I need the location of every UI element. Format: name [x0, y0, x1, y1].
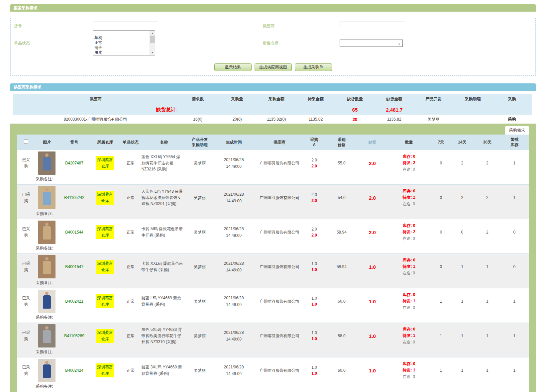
col-status: 单品状态 — [120, 140, 142, 145]
product-photo-khaki-overall-pants[interactable] — [38, 221, 55, 244]
generate-supplier-view-button[interactable]: 生成供应商视图 — [255, 63, 292, 71]
product-name: 靛蓝 3XL码 YY4669 新款背带裤 (采购) — [141, 364, 186, 376]
status-listbox[interactable]: 草稿正常清仓甩卖 ▲ ▼ — [93, 30, 155, 55]
pending-label: 待发: — [403, 333, 412, 338]
d14-value: 2 — [450, 161, 475, 165]
shortage-value: 2.0 — [359, 195, 385, 201]
demand-count: 16(0) — [178, 117, 217, 122]
stock-label: 库存: — [403, 327, 412, 332]
supplier-section-title: 供应商采购需求 — [14, 85, 42, 89]
scrollbar-thumb[interactable] — [150, 36, 155, 43]
d7-value: 0 — [432, 195, 450, 200]
supplier-input[interactable] — [340, 22, 405, 28]
stock-label: 库存: — [403, 223, 412, 228]
purchase-link[interactable]: 采购 — [492, 117, 532, 122]
product-photo-blue-denim-dress[interactable] — [38, 151, 55, 175]
transit-label: 在途: — [403, 236, 412, 241]
scroll-down-icon[interactable]: ▼ — [150, 50, 155, 55]
warehouse-select[interactable]: ⌄ — [340, 40, 403, 47]
item-no-link[interactable]: B4001544 — [65, 230, 83, 235]
summary-header: 待采金额 — [296, 96, 335, 102]
purchase-a-value: 1.0 1.0 — [304, 330, 324, 342]
product-photo-grey-printed-overalls[interactable] — [38, 324, 55, 347]
supplier-section-header: 供应商采购需求 — [10, 83, 536, 91]
transit-value: 0 — [413, 340, 415, 344]
supplier-value: 广州曜羽服饰有限公司 — [255, 264, 304, 270]
d14-value: 1 — [450, 334, 475, 338]
detail-section: 采购需求 图片 货号 所属仓库 单品状态 名称 产品开发 采购助理 生成时间 供… — [10, 124, 536, 392]
supplier-value: 广州曜羽服饰有限公司 — [255, 230, 304, 235]
transit-label: 在途: — [403, 271, 412, 275]
stock-value: 0 — [413, 292, 415, 297]
shortage-amount: 1135.82 — [375, 117, 414, 122]
col-quantity: 数量 — [385, 140, 432, 145]
summary-header: 采购量 — [217, 96, 257, 102]
purchased-status: 已采购 — [17, 364, 35, 377]
status-option[interactable]: 甩卖 — [93, 50, 150, 55]
col-image: 图片 — [35, 140, 58, 145]
item-no-link[interactable]: B41105289 — [64, 334, 84, 338]
select-all-checkbox[interactable] — [24, 140, 28, 144]
item-no-link[interactable]: B41105242 — [64, 195, 84, 200]
price-value: 54.0 — [324, 195, 359, 200]
generate-purchase-order-button[interactable]: 生成采购单 — [295, 63, 332, 71]
scrollbar-track[interactable] — [150, 36, 155, 50]
col-supplier: 供应商 — [255, 140, 304, 145]
price-value: 55.0 — [324, 161, 359, 165]
stock-label: 库存: — [403, 189, 412, 193]
warehouse-label: 所属仓库 — [263, 41, 278, 46]
model-head — [45, 326, 49, 330]
product-photo-indigo-overalls[interactable] — [38, 359, 55, 382]
assistant-value: 吴梦丽 — [186, 264, 213, 270]
listbox-scrollbar[interactable]: ▲ ▼ — [150, 31, 155, 55]
quantity-cell: 库存: 0 待发: 1 在途: 0 — [385, 326, 432, 345]
table-row: 已采购 B4207487 深圳蔡富仓库 正常 蓝色 XXL码 YY554 爆款绣… — [17, 150, 529, 185]
purchase-a-value: 2.0 2.0 — [304, 157, 324, 169]
purchased-status: 已采购 — [17, 191, 35, 204]
col-14d: 14天 — [450, 140, 475, 145]
col-created: 生成时间 — [213, 140, 255, 145]
summary-header: 缺货数量 — [335, 96, 375, 102]
scroll-up-icon[interactable]: ▲ — [150, 31, 155, 36]
purchased-status: 已采购 — [17, 260, 35, 273]
item-no-input[interactable] — [93, 22, 158, 28]
stock-value: 0 — [413, 154, 415, 159]
tab-purchase-demand[interactable]: 采购需求 — [505, 126, 529, 135]
shortage-value: 2.0 — [359, 160, 385, 166]
d30-value: 1 — [475, 368, 500, 373]
transit-label: 在途: — [403, 340, 412, 344]
purchased-status: 已采购 — [17, 157, 35, 169]
stock-value: 0 — [413, 258, 415, 262]
item-no-link[interactable]: B4002421 — [65, 299, 83, 304]
pending-value: 1 — [413, 368, 415, 372]
item-no-link[interactable]: B4002424 — [65, 368, 83, 373]
pending-label: 待发: — [403, 299, 412, 303]
item-no-link[interactable]: B4001547 — [65, 264, 83, 269]
price-value: 60.0 — [324, 299, 359, 304]
d30-value: 2 — [475, 161, 500, 165]
supplier-value: 广州曜羽服饰有限公司 — [255, 195, 304, 201]
warehouse-badge: 深圳蔡富仓库 — [96, 260, 114, 274]
item-no-link[interactable]: B4207487 — [65, 161, 83, 165]
d14-value: 1 — [450, 264, 475, 269]
garment — [43, 295, 51, 309]
product-photo-light-blue-romper[interactable] — [38, 186, 55, 209]
show-results-button[interactable]: 显示结果 — [214, 63, 252, 71]
table-row: 已采购 B4002421 深圳蔡富仓库 正常 靛蓝 L码 YY4669 新款背带… — [17, 288, 529, 323]
created-time: 2021/06/28 14:49:00 — [213, 156, 255, 170]
product-photo-khaki-overall-pants[interactable] — [38, 255, 55, 278]
summary-header: 需求数 — [178, 96, 217, 102]
warehouse-badge: 深圳蔡富仓库 — [96, 363, 114, 377]
stock-label: 库存: — [403, 292, 412, 297]
product-photo-indigo-overalls[interactable] — [38, 290, 55, 313]
model-head — [45, 257, 49, 260]
status-option[interactable]: 正常 — [93, 40, 150, 45]
item-no-label: 货号 — [14, 23, 22, 29]
transit-value: 0 — [413, 271, 415, 275]
remark-label: 采购备注: — [17, 349, 529, 357]
status-option[interactable]: 草稿 — [93, 35, 150, 40]
assistant-value: 吴梦丽 — [186, 299, 213, 304]
search-section-header: 搜索采购需求 — [10, 4, 536, 12]
status-option[interactable]: 清仓 — [93, 45, 150, 50]
d7-value: 0 — [432, 230, 450, 235]
